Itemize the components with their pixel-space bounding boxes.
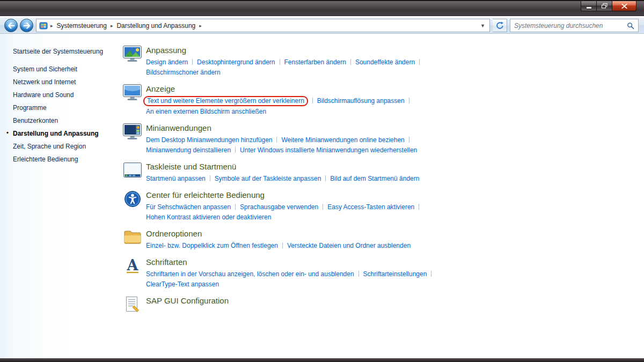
- task-link[interactable]: Startmenü anpassen: [146, 175, 206, 182]
- task-link[interactable]: Easy Access-Tasten aktivieren: [327, 203, 414, 211]
- task-link[interactable]: Design ändern: [146, 58, 188, 66]
- taskbar-icon[interactable]: [122, 161, 143, 183]
- back-arrow-icon: [8, 23, 15, 29]
- sidebar-item-label: Netzwerk und Internet: [13, 78, 76, 86]
- navigation-bar: ▸Systemsteuerung▸Darstellung und Anpassu…: [0, 18, 644, 34]
- search-icon[interactable]: [627, 22, 634, 29]
- sidebar-item-3[interactable]: Hardware und Sound: [6, 88, 112, 101]
- sidebar-item-label: System und Sicherheit: [13, 65, 77, 73]
- restore-button[interactable]: [597, 1, 612, 11]
- section-body: SchriftartenSchriftarten in der Vorschau…: [146, 257, 436, 289]
- task-link[interactable]: Bildschirmschoner ändern: [146, 69, 221, 76]
- task-link-row: Hohen Kontrast aktivieren oder deaktivie…: [146, 212, 423, 222]
- sidebar-item-2[interactable]: Netzwerk und Internet: [6, 76, 112, 88]
- refresh-button[interactable]: [493, 19, 507, 32]
- sidebar-item-4[interactable]: Programme: [6, 101, 112, 114]
- sidebar-item-8[interactable]: Erleichterte Bedienung: [6, 153, 112, 166]
- task-link-row: Bildschirmschoner ändern: [146, 67, 424, 77]
- section-body: MinianwendungenDem Desktop Minianwendung…: [146, 123, 417, 155]
- task-link[interactable]: Symbole auf der Taskleiste anpassen: [215, 175, 321, 182]
- breadcrumb-chevron-icon[interactable]: ▸: [109, 23, 114, 28]
- task-link-row: Text und weitere Elemente vergrößern ode…: [146, 95, 414, 106]
- ease-of-access-icon[interactable]: [122, 190, 143, 222]
- sidebar-item-5[interactable]: Benutzerkonten: [6, 114, 112, 127]
- display-icon[interactable]: [122, 84, 143, 116]
- task-link[interactable]: Fensterfarben ändern: [284, 58, 346, 66]
- task-link[interactable]: Unter Windows installierte Minianwendung…: [240, 146, 417, 154]
- task-link[interactable]: Einzel- bzw. Doppelklick zum Öffnen fest…: [146, 242, 278, 249]
- link-separator: [325, 175, 326, 181]
- link-separator: [409, 137, 409, 143]
- section-body: AnpassungDesign ändernDesktophintergrund…: [146, 45, 424, 77]
- section-title-sap-gui-configuration[interactable]: SAP GUI Configuration: [146, 296, 229, 305]
- task-link[interactable]: Desktophintergrund ändern: [197, 58, 275, 66]
- sidebar-item-7[interactable]: Zeit, Sprache und Region: [6, 140, 112, 153]
- task-link[interactable]: ClearType-Text anpassen: [146, 280, 219, 288]
- breadcrumb-chevron-icon[interactable]: ▸: [198, 23, 203, 28]
- task-link[interactable]: Hohen Kontrast aktivieren oder deaktivie…: [146, 213, 271, 221]
- section-title-taskleiste-und-startmenue[interactable]: Taskleiste und Startmenü: [146, 162, 419, 171]
- search-input[interactable]: [514, 22, 627, 29]
- sidebar-item-0[interactable]: Startseite der Systemsteuerung: [6, 45, 112, 58]
- task-link[interactable]: Dem Desktop Minianwendungen hinzufügen: [146, 136, 272, 144]
- control-panel-window: ▸Systemsteuerung▸Darstellung und Anpassu…: [0, 0, 644, 362]
- section-body: SAP GUI Configuration: [146, 295, 229, 313]
- personalization-icon[interactable]: [122, 45, 143, 77]
- task-link[interactable]: An einen externen Bildschirm anschließen: [146, 108, 266, 115]
- fonts-icon[interactable]: A: [122, 257, 143, 289]
- back-button[interactable]: [4, 19, 18, 32]
- link-separator: [210, 175, 210, 181]
- search-box: [510, 19, 639, 32]
- task-link[interactable]: Weitere Minianwendungen online beziehen: [281, 136, 404, 144]
- breadcrumb: ▸Systemsteuerung▸Darstellung und Anpassu…: [49, 20, 477, 31]
- task-link[interactable]: Minianwendung deinstallieren: [146, 146, 231, 154]
- folder-options-icon[interactable]: [122, 228, 143, 250]
- task-link-row: Startmenü anpassenSymbole auf der Taskle…: [146, 173, 419, 183]
- section-title-minianwendungen[interactable]: Minianwendungen: [146, 123, 417, 132]
- section-title-center-fuer-erleichterte-bedienung[interactable]: Center für erleichterte Bedienung: [146, 190, 423, 200]
- task-link-row: Schriftarten in der Vorschau anzeigen, l…: [146, 269, 436, 279]
- sidebar-item-1[interactable]: System und Sicherheit: [6, 63, 112, 76]
- gadgets-icon[interactable]: [122, 123, 143, 155]
- task-link[interactable]: Versteckte Dateien und Ordner ausblenden: [287, 242, 411, 249]
- task-link[interactable]: Schriftarteinstellungen: [363, 270, 427, 278]
- section-body: OrdneroptionenEinzel- bzw. Doppelklick z…: [146, 228, 411, 250]
- breadcrumb-item[interactable]: Darstellung und Anpassung: [114, 20, 198, 31]
- task-link-row: Für Sehschwächen anpassenSprachausgabe v…: [146, 202, 423, 212]
- link-separator: [282, 242, 283, 248]
- section-body: Taskleiste und StartmenüStartmenü anpass…: [146, 161, 419, 183]
- task-link[interactable]: Soundeffekte ändern: [355, 58, 415, 66]
- task-link[interactable]: Sprachausgabe verwenden: [240, 203, 318, 211]
- section-title-anzeige[interactable]: Anzeige: [146, 84, 414, 93]
- sap-gui-icon[interactable]: [122, 295, 143, 313]
- link-separator: [312, 98, 313, 104]
- section-body: Center für erleichterte BedienungFür Seh…: [146, 190, 423, 222]
- link-separator: [323, 204, 323, 210]
- task-link[interactable]: Für Sehschwächen anpassen: [146, 203, 231, 211]
- breadcrumb-item[interactable]: Systemsteuerung: [54, 20, 109, 31]
- section-sap-gui-configuration: SAP GUI Configuration: [122, 295, 639, 313]
- address-bar[interactable]: ▸Systemsteuerung▸Darstellung und Anpassu…: [36, 19, 490, 32]
- section-title-schriftarten[interactable]: Schriftarten: [146, 257, 436, 267]
- address-dropdown-icon[interactable]: ▼: [477, 23, 488, 28]
- minimize-button[interactable]: [581, 1, 597, 11]
- close-button[interactable]: [612, 1, 636, 11]
- current-item-bullet-icon: •: [6, 129, 9, 136]
- section-center-fuer-erleichterte-bedienung: Center für erleichterte BedienungFür Seh…: [122, 190, 639, 222]
- task-link[interactable]: Bildschirmauflösung anpassen: [317, 97, 405, 105]
- sidebar-item-6[interactable]: •Darstellung und Anpassung: [6, 127, 112, 140]
- section-title-anpassung[interactable]: Anpassung: [146, 46, 424, 55]
- restore-icon: [602, 1, 608, 11]
- breadcrumb-chevron-icon[interactable]: ▸: [49, 23, 54, 28]
- control-panel-icon[interactable]: [39, 21, 48, 30]
- section-schriftarten: ASchriftartenSchriftarten in der Vorscha…: [122, 257, 639, 289]
- task-link[interactable]: Bild auf dem Startmenü ändern: [330, 175, 419, 182]
- task-link-row: Einzel- bzw. Doppelklick zum Öffnen fest…: [146, 240, 411, 250]
- task-link[interactable]: Text und weitere Elemente vergrößern ode…: [143, 96, 308, 106]
- task-link-row: An einen externen Bildschirm anschließen: [146, 106, 414, 116]
- refresh-icon: [496, 21, 504, 29]
- title-bar[interactable]: [0, 0, 644, 16]
- section-title-ordneroptionen[interactable]: Ordneroptionen: [146, 229, 411, 238]
- forward-button[interactable]: [20, 19, 33, 32]
- task-link[interactable]: Schriftarten in der Vorschau anzeigen, l…: [146, 270, 354, 278]
